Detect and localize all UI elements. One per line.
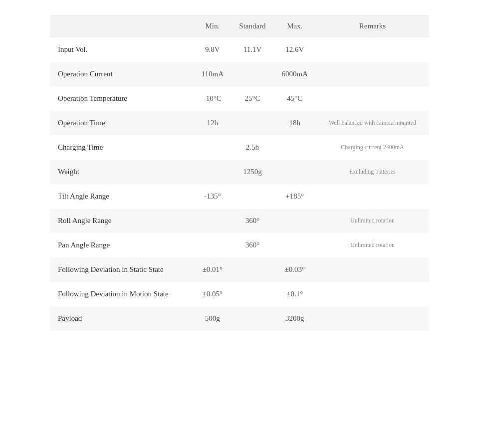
cell-remarks: [316, 282, 429, 306]
cell-min: 110mA: [194, 62, 231, 86]
cell-min: 12h: [194, 111, 231, 135]
cell-remarks: [316, 62, 429, 86]
cell-min: [194, 160, 231, 184]
cell-remarks: Excluding batteries: [316, 160, 429, 184]
table-row: Payload500g3200g: [50, 306, 429, 331]
cell-label: Input Vol.: [50, 37, 194, 62]
cell-label: Following Deviation in Motion State: [50, 282, 194, 306]
table-row: Operation Current110mA6000mA: [50, 62, 429, 86]
cell-max: 3200g: [274, 306, 316, 331]
header-remarks: Remarks: [316, 15, 429, 37]
header-label: [50, 15, 194, 37]
specs-table-container: Min. Standard Max. Remarks Input Vol.9.8…: [50, 15, 429, 331]
cell-max: +185°: [274, 184, 316, 209]
cell-label: Operation Temperature: [50, 86, 194, 111]
cell-min: [194, 233, 231, 257]
cell-max: 45°C: [274, 86, 316, 111]
cell-remarks: [316, 37, 429, 62]
cell-label: Payload: [50, 306, 194, 331]
cell-standard: 360°: [231, 209, 273, 233]
cell-min: ±0.05°: [194, 282, 231, 306]
cell-standard: [231, 62, 273, 86]
cell-label: Operation Time: [50, 111, 194, 135]
table-row: Operation Time12h18hWell balanced with c…: [50, 111, 429, 135]
cell-max: 18h: [274, 111, 316, 135]
cell-label: Tilt Angle Range: [50, 184, 194, 209]
header-max: Max.: [274, 15, 316, 37]
table-row: Following Deviation in Motion State±0.05…: [50, 282, 429, 306]
cell-remarks: [316, 184, 429, 209]
cell-standard: [231, 282, 273, 306]
cell-standard: [231, 306, 273, 331]
cell-min: 9.8V: [194, 37, 231, 62]
cell-min: -10°C: [194, 86, 231, 111]
cell-max: [274, 233, 316, 257]
cell-max: ±0.1°: [274, 282, 316, 306]
cell-standard: 1250g: [231, 160, 273, 184]
cell-max: 12.6V: [274, 37, 316, 62]
cell-remarks: Charging current 2400mA: [316, 135, 429, 160]
cell-remarks: [316, 86, 429, 111]
table-header-row: Min. Standard Max. Remarks: [50, 15, 429, 37]
cell-max: [274, 135, 316, 160]
specs-table: Min. Standard Max. Remarks Input Vol.9.8…: [50, 15, 429, 331]
cell-standard: 25°C: [231, 86, 273, 111]
table-row: Input Vol.9.8V11.1V12.6V: [50, 37, 429, 62]
cell-label: Pan Angle Range: [50, 233, 194, 257]
cell-remarks: Unlimited rotation: [316, 233, 429, 257]
table-row: Roll Angle Range360°Unlimited rotation: [50, 209, 429, 233]
cell-standard: [231, 184, 273, 209]
cell-min: -135°: [194, 184, 231, 209]
cell-remarks: [316, 257, 429, 282]
table-row: Pan Angle Range360°Unlimited rotation: [50, 233, 429, 257]
table-row: Charging Time2.5hCharging current 2400mA: [50, 135, 429, 160]
cell-min: 500g: [194, 306, 231, 331]
cell-standard: 2.5h: [231, 135, 273, 160]
cell-label: Following Deviation in Static State: [50, 257, 194, 282]
cell-max: 6000mA: [274, 62, 316, 86]
cell-label: Operation Current: [50, 62, 194, 86]
header-standard: Standard: [231, 15, 273, 37]
cell-standard: 11.1V: [231, 37, 273, 62]
cell-min: [194, 135, 231, 160]
table-row: Tilt Angle Range-135°+185°: [50, 184, 429, 209]
cell-min: ±0.01°: [194, 257, 231, 282]
table-row: Weight1250gExcluding batteries: [50, 160, 429, 184]
cell-max: [274, 160, 316, 184]
cell-remarks: [316, 306, 429, 331]
cell-standard: 360°: [231, 233, 273, 257]
cell-min: [194, 209, 231, 233]
cell-remarks: Unlimited rotation: [316, 209, 429, 233]
cell-remarks: Well balanced with camera mounted: [316, 111, 429, 135]
cell-standard: [231, 111, 273, 135]
cell-max: ±0.03°: [274, 257, 316, 282]
table-row: Following Deviation in Static State±0.01…: [50, 257, 429, 282]
cell-standard: [231, 257, 273, 282]
cell-label: Charging Time: [50, 135, 194, 160]
cell-label: Roll Angle Range: [50, 209, 194, 233]
cell-max: [274, 209, 316, 233]
cell-label: Weight: [50, 160, 194, 184]
table-row: Operation Temperature-10°C25°C45°C: [50, 86, 429, 111]
header-min: Min.: [194, 15, 231, 37]
